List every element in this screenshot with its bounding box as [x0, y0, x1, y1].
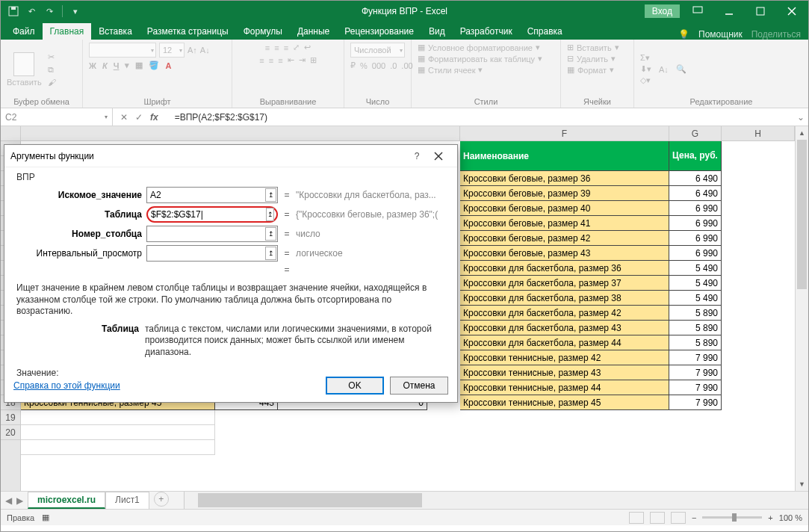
collapse-icon[interactable]: ↥	[266, 208, 274, 221]
scroll-down-icon[interactable]: ▼	[796, 477, 808, 491]
cancel-button[interactable]: Отмена	[390, 377, 448, 395]
rt-name-13[interactable]: Кроссовки теннисные, размер 43	[460, 365, 669, 380]
align-left-icon[interactable]: ≡	[259, 56, 264, 65]
tab-file[interactable]: Файл	[5, 23, 43, 40]
indent-inc-icon[interactable]: ⇥	[299, 55, 306, 65]
col-header-f[interactable]: F	[460, 126, 669, 140]
zoom-in-icon[interactable]: +	[768, 513, 772, 522]
underline-icon[interactable]: Ч	[114, 61, 120, 70]
rt-price-15[interactable]: 7 990	[669, 395, 722, 410]
rt-price-11[interactable]: 5 890	[669, 335, 722, 350]
rt-name-10[interactable]: Кроссовки для баскетбола, размер 43	[460, 321, 669, 335]
rt-price-10[interactable]: 5 890	[669, 321, 722, 335]
minimize-icon[interactable]	[716, 1, 743, 22]
zoom-slider[interactable]	[702, 516, 762, 519]
sheet-tab-1[interactable]: microexcel.ru	[28, 492, 105, 509]
share-button[interactable]: Поделиться	[751, 29, 801, 40]
rt-name-14[interactable]: Кроссовки теннисные, размер 44	[460, 380, 669, 395]
rt-name-4[interactable]: Кроссовки беговые, размер 42	[460, 231, 669, 246]
tellme-icon[interactable]: 💡	[678, 29, 689, 40]
horizontal-scrollbar[interactable]	[184, 492, 808, 509]
header-name[interactable]: Наименование	[460, 141, 669, 171]
rt-name-15[interactable]: Кроссовки теннисные, размер 45	[460, 395, 669, 410]
align-mid-icon[interactable]: ≡	[274, 43, 279, 52]
dialog-help-icon[interactable]: ?	[408, 151, 426, 161]
new-sheet-button[interactable]: +	[154, 492, 169, 507]
arg-input-3[interactable]	[147, 248, 265, 259]
tab-layout[interactable]: Разметка страницы	[140, 23, 236, 40]
col-header-hidden[interactable]	[21, 126, 460, 140]
indent-dec-icon[interactable]: ⇤	[288, 55, 294, 65]
macro-record-icon[interactable]: ▦	[42, 513, 49, 522]
fill-down-icon[interactable]: ⬇▾	[640, 64, 651, 74]
empty-a-1[interactable]	[21, 425, 215, 440]
tab-data[interactable]: Данные	[290, 23, 337, 40]
fontsize-combo[interactable]: 12	[159, 43, 185, 58]
format-table-button[interactable]: ▦Форматировать как таблицу▾	[418, 54, 542, 64]
redo-icon[interactable]: ↷	[43, 4, 56, 18]
merge-icon[interactable]: ⊞	[310, 55, 317, 65]
collapse-icon[interactable]: ↥	[265, 188, 276, 202]
insert-cells-button[interactable]: ⊞Вставить▾	[567, 43, 619, 52]
qat-customize-icon[interactable]: ▾	[69, 4, 82, 18]
row-header-19[interactable]: 19	[1, 410, 20, 425]
tab-nav-prev-icon[interactable]: ◀	[5, 495, 12, 506]
view-layout-icon[interactable]	[650, 512, 665, 524]
save-icon[interactable]	[7, 4, 20, 18]
format-painter-icon[interactable]: 🖌	[48, 78, 56, 87]
rt-name-1[interactable]: Кроссовки беговые, размер 39	[460, 186, 669, 201]
tab-developer[interactable]: Разработчик	[453, 23, 520, 40]
wrap-icon[interactable]: ↩	[304, 43, 311, 52]
close-icon[interactable]	[778, 1, 805, 22]
percent-icon[interactable]: %	[360, 61, 368, 70]
rt-price-4[interactable]: 6 990	[669, 231, 722, 246]
tellme-label[interactable]: Помощник	[698, 29, 743, 40]
rt-name-12[interactable]: Кроссовки теннисные, размер 42	[460, 350, 669, 365]
find-icon[interactable]: 🔍	[676, 64, 686, 74]
orientation-icon[interactable]: ⤢	[293, 43, 300, 52]
shrink-font-icon[interactable]: A↓	[200, 46, 210, 55]
tab-nav-next-icon[interactable]: ▶	[16, 495, 23, 506]
accept-formula-icon[interactable]: ✓	[135, 112, 143, 123]
view-break-icon[interactable]	[671, 512, 686, 524]
font-color-icon[interactable]: A	[165, 61, 171, 70]
tab-formulas[interactable]: Формулы	[236, 23, 290, 40]
arg-input-2[interactable]	[147, 229, 265, 239]
rt-price-12[interactable]: 7 990	[669, 350, 722, 365]
align-right-icon[interactable]: ≡	[278, 56, 282, 65]
tab-view[interactable]: Вид	[421, 23, 453, 40]
number-format-combo[interactable]: Числовой	[350, 43, 405, 58]
maximize-icon[interactable]	[747, 1, 774, 22]
undo-icon[interactable]: ↶	[25, 4, 38, 18]
ok-button[interactable]: OK	[326, 377, 384, 395]
arg-input-1[interactable]	[148, 209, 266, 220]
rt-price-9[interactable]: 5 890	[669, 306, 722, 321]
rt-price-6[interactable]: 5 490	[669, 261, 722, 276]
rt-price-7[interactable]: 5 490	[669, 276, 722, 291]
align-bot-icon[interactable]: ≡	[284, 43, 288, 52]
rt-name-2[interactable]: Кроссовки беговые, размер 40	[460, 201, 669, 216]
row-header-20[interactable]: 20	[1, 425, 20, 440]
rt-price-3[interactable]: 6 990	[669, 216, 722, 231]
collapse-icon[interactable]: ↥	[265, 227, 276, 241]
tab-review[interactable]: Рецензирование	[337, 23, 421, 40]
name-box[interactable]: C2	[1, 108, 113, 126]
cut-icon[interactable]: ✂	[48, 52, 56, 62]
scroll-up-icon[interactable]: ▲	[796, 126, 808, 140]
view-normal-icon[interactable]	[629, 512, 644, 524]
login-button[interactable]: Вход	[645, 4, 680, 18]
dialog-close-icon[interactable]	[426, 147, 451, 165]
rt-price-13[interactable]: 7 990	[669, 365, 722, 380]
vertical-scrollbar[interactable]: ▲ ▼	[795, 126, 808, 491]
clear-icon[interactable]: ◇▾	[640, 75, 651, 85]
fx-icon[interactable]: fx	[150, 112, 158, 123]
header-price[interactable]: Цена, руб.	[669, 141, 722, 171]
rt-price-2[interactable]: 6 990	[669, 201, 722, 216]
rt-price-8[interactable]: 5 490	[669, 291, 722, 306]
arg-input-0[interactable]	[147, 190, 265, 200]
expand-formula-icon[interactable]: ⌄	[793, 112, 808, 123]
rt-price-14[interactable]: 7 990	[669, 380, 722, 395]
autosum-icon[interactable]: Σ▾	[640, 53, 651, 63]
delete-cells-button[interactable]: ⊟Удалить▾	[567, 54, 616, 64]
tab-help[interactable]: Справка	[520, 23, 570, 40]
